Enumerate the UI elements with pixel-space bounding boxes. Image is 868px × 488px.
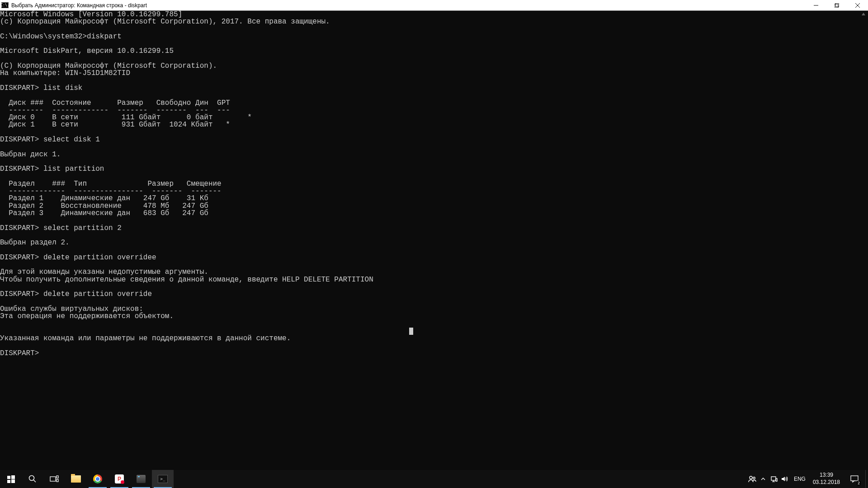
- terminal-output: Microsoft Windows [Version 10.0.16299.78…: [0, 11, 373, 357]
- minimize-button[interactable]: [806, 0, 826, 11]
- server-icon: [137, 475, 146, 483]
- svg-rect-1: [835, 4, 838, 8]
- svg-point-15: [750, 476, 752, 479]
- chrome-icon: [93, 474, 102, 483]
- svg-rect-20: [776, 479, 777, 481]
- svg-rect-2: [835, 3, 839, 7]
- close-button[interactable]: [847, 0, 868, 11]
- network-icon[interactable]: [769, 470, 779, 488]
- cmd-window: C:\. Выбрать Администратор: Командная ст…: [0, 0, 868, 488]
- svg-rect-22: [851, 476, 858, 481]
- search-button[interactable]: [22, 470, 43, 488]
- tray-expand-button[interactable]: [758, 470, 769, 488]
- server-manager-button[interactable]: [130, 470, 152, 488]
- svg-rect-12: [50, 477, 56, 481]
- cmd-icon: >_: [158, 475, 168, 483]
- svg-rect-9: [11, 479, 15, 483]
- chrome-button[interactable]: [87, 470, 108, 488]
- folder-icon: [71, 475, 81, 483]
- clock-date: 03.12.2018: [813, 479, 840, 486]
- terminal-area[interactable]: Microsoft Windows [Version 10.0.16299.78…: [0, 11, 868, 488]
- titlebar-left: C:\. Выбрать Администратор: Командная ст…: [0, 2, 147, 9]
- punto-icon: Р: [115, 474, 124, 483]
- svg-marker-5: [862, 13, 865, 15]
- cmd-taskbar-button[interactable]: >_: [152, 470, 174, 488]
- volume-icon[interactable]: [779, 470, 790, 488]
- window-title: Выбрать Администратор: Командная строка …: [11, 2, 147, 9]
- people-button[interactable]: [747, 470, 758, 488]
- svg-point-16: [753, 477, 755, 479]
- svg-rect-7: [11, 475, 15, 479]
- clock-time: 13:39: [813, 472, 840, 479]
- text-cursor: [409, 328, 413, 335]
- window-controls: [806, 0, 868, 11]
- file-explorer-button[interactable]: [65, 470, 87, 488]
- taskbar-left: Р >_: [0, 470, 174, 488]
- taskbar-right: ENG 13:39 03.12.2018 2: [747, 470, 868, 488]
- start-button[interactable]: [0, 470, 22, 488]
- clock[interactable]: 13:39 03.12.2018: [809, 472, 844, 486]
- svg-marker-21: [782, 477, 785, 481]
- svg-point-10: [29, 476, 34, 481]
- punto-switcher-button[interactable]: Р: [108, 470, 130, 488]
- maximize-button[interactable]: [826, 0, 847, 11]
- task-view-button[interactable]: [43, 470, 65, 488]
- language-indicator[interactable]: ENG: [790, 476, 809, 482]
- svg-rect-17: [771, 477, 776, 480]
- titlebar: C:\. Выбрать Администратор: Командная ст…: [0, 0, 868, 11]
- show-desktop-button[interactable]: [865, 470, 868, 488]
- svg-rect-8: [7, 480, 10, 483]
- notification-count: 2: [857, 481, 861, 485]
- svg-rect-6: [7, 476, 10, 479]
- scroll-up-icon[interactable]: [860, 11, 867, 17]
- action-center-button[interactable]: 2: [844, 470, 865, 488]
- taskbar: Р >_ ENG 13:39 03.12.2018 2: [0, 470, 868, 488]
- svg-rect-13: [57, 476, 58, 478]
- svg-line-11: [33, 480, 36, 482]
- svg-rect-14: [57, 479, 58, 482]
- cmd-app-icon: C:\.: [1, 2, 9, 8]
